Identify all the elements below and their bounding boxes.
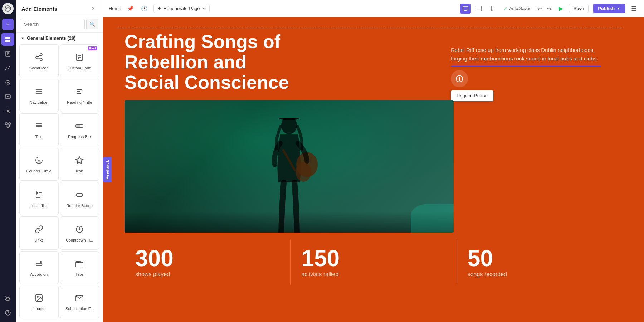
element-label-subscription: Subscription F...	[65, 307, 93, 311]
svg-marker-43	[76, 157, 83, 164]
preview-button[interactable]: ▶	[557, 4, 565, 13]
concert-image	[125, 100, 454, 233]
publish-label: Publish	[598, 6, 615, 11]
sidebar-item-design[interactable]	[1, 76, 14, 89]
element-card-icon-text[interactable]: Icon + Text	[19, 182, 59, 215]
stat-num-0: 300	[135, 247, 279, 270]
add-element-button[interactable]: +	[2, 19, 14, 30]
element-card-navigation[interactable]: Navigation	[19, 79, 59, 112]
svg-text:i: i	[459, 77, 460, 81]
element-label-image: Image	[33, 307, 44, 311]
corner-overlay	[411, 204, 454, 233]
element-card-progress-bar[interactable]: Progress Bar	[60, 113, 99, 146]
app-logo[interactable]	[2, 3, 14, 14]
element-card-accordion[interactable]: Accordion	[19, 251, 59, 284]
form-icon	[75, 53, 84, 64]
main-area: Home 📌 🕐 ✦ Regenerate Page ▼ ✓ Auto	[103, 0, 644, 322]
element-card-regular-button[interactable]: Regular Button	[60, 182, 99, 215]
close-sidebar-button[interactable]: ×	[90, 5, 97, 12]
sidebar-item-media[interactable]	[1, 90, 14, 103]
element-card-social-icon[interactable]: Social Icon	[19, 44, 59, 77]
svg-point-61	[479, 10, 480, 11]
element-card-links[interactable]: Links	[19, 216, 59, 249]
button-icon	[75, 191, 84, 201]
svg-text:?: ?	[7, 311, 9, 315]
sidebar-item-settings[interactable]	[1, 104, 14, 117]
element-card-heading[interactable]: Heading / Title	[60, 79, 99, 112]
stat-item-0: 300 shows played	[125, 240, 291, 285]
element-label-counter-circle: Counter Circle	[26, 169, 52, 174]
sidebar-header: Add Elements ×	[16, 0, 103, 16]
concert-background	[125, 100, 454, 233]
image-icon	[35, 294, 43, 304]
regenerate-button[interactable]: ✦ Regenerate Page ▼	[153, 4, 210, 13]
section-header-general[interactable]: ▼ General Elements (28)	[16, 33, 103, 43]
svg-point-10	[7, 82, 9, 83]
svg-rect-49	[76, 194, 83, 196]
publish-chevron-icon: ▼	[617, 6, 620, 10]
top-bar: Home 📌 🕐 ✦ Regenerate Page ▼ ✓ Auto	[103, 0, 644, 17]
tablet-view-button[interactable]	[474, 4, 484, 14]
stat-num-1: 150	[301, 247, 445, 270]
element-card-icon[interactable]: Icon	[60, 148, 99, 181]
subscription-icon	[75, 294, 84, 304]
share-icon	[35, 53, 43, 64]
history-icon[interactable]: 🕐	[140, 4, 149, 13]
svg-rect-16	[7, 126, 9, 128]
tooltip-popup[interactable]: i Regular Button	[451, 70, 493, 101]
sidebar-item-elements[interactable]	[1, 33, 14, 46]
search-input[interactable]	[20, 19, 85, 29]
audience-overlay	[125, 211, 454, 233]
tooltip-label: Regular Button	[457, 93, 488, 98]
check-icon: ✓	[504, 6, 507, 11]
feedback-label: Feedback	[105, 160, 109, 180]
text-icon	[35, 122, 43, 132]
svg-rect-57	[463, 6, 468, 10]
sidebar-item-integrations[interactable]	[1, 119, 14, 132]
sidebar-item-pages[interactable]	[1, 47, 14, 60]
search-section: 🔍	[16, 16, 103, 33]
element-label-icon-text: Icon + Text	[29, 204, 48, 208]
home-link[interactable]: Home	[109, 6, 121, 11]
search-button[interactable]: 🔍	[86, 19, 98, 29]
svg-point-25	[40, 59, 42, 61]
sidebar-title: Add Elements	[21, 6, 57, 12]
save-button[interactable]: Save	[569, 4, 589, 13]
stat-label-1: activists rallied	[301, 271, 445, 278]
sidebar-item-analytics[interactable]	[1, 62, 14, 74]
menu-button[interactable]: ☰	[630, 3, 638, 14]
svg-point-13	[7, 110, 9, 112]
mobile-view-button[interactable]	[487, 4, 498, 14]
element-card-counter-circle[interactable]: 0 Counter Circle	[19, 148, 59, 181]
regular-button-tooltip[interactable]: Regular Button	[451, 90, 493, 101]
sidebar-item-layers[interactable]	[1, 292, 14, 305]
element-card-image[interactable]: Image	[19, 286, 59, 318]
section-arrow-icon: ▼	[21, 36, 25, 40]
element-card-text[interactable]: Text	[19, 113, 59, 146]
redo-button[interactable]: ↪	[546, 4, 553, 13]
svg-rect-68	[283, 118, 296, 118]
pin-icon[interactable]: 📌	[126, 4, 135, 13]
element-label-tabs: Tabs	[75, 272, 84, 277]
autosaved-indicator: ✓ Auto Saved	[504, 6, 531, 11]
svg-rect-15	[9, 123, 10, 125]
svg-line-27	[38, 55, 40, 57]
desktop-view-button[interactable]	[460, 4, 471, 14]
element-card-custom-form[interactable]: Paid Custom Form	[60, 44, 99, 77]
regen-icon: ✦	[157, 6, 161, 11]
sidebar-item-help[interactable]: ?	[1, 306, 14, 319]
feedback-tab[interactable]: Feedback	[103, 157, 112, 182]
canvas-area[interactable]: Feedback Crafting Songs of Rebellion and…	[103, 17, 644, 322]
top-bar-right: ✓ Auto Saved ↩ ↪ ▶ Save Publish ▼ ☰	[504, 3, 638, 14]
element-card-tabs[interactable]: Tabs	[60, 251, 99, 284]
element-label-social-icon: Social Icon	[29, 66, 49, 70]
element-label-countdown: Countdown Ti...	[66, 238, 93, 243]
element-card-subscription[interactable]: Subscription F...	[60, 286, 99, 318]
element-label-progress-bar: Progress Bar	[68, 135, 91, 139]
publish-button[interactable]: Publish ▼	[593, 4, 625, 13]
element-card-countdown[interactable]: Countdown Ti...	[60, 216, 99, 249]
undo-button[interactable]: ↩	[536, 4, 543, 13]
svg-rect-1	[5, 37, 8, 39]
svg-point-66	[281, 118, 297, 134]
top-bar-left: Home 📌 🕐 ✦ Regenerate Page ▼	[109, 4, 454, 13]
